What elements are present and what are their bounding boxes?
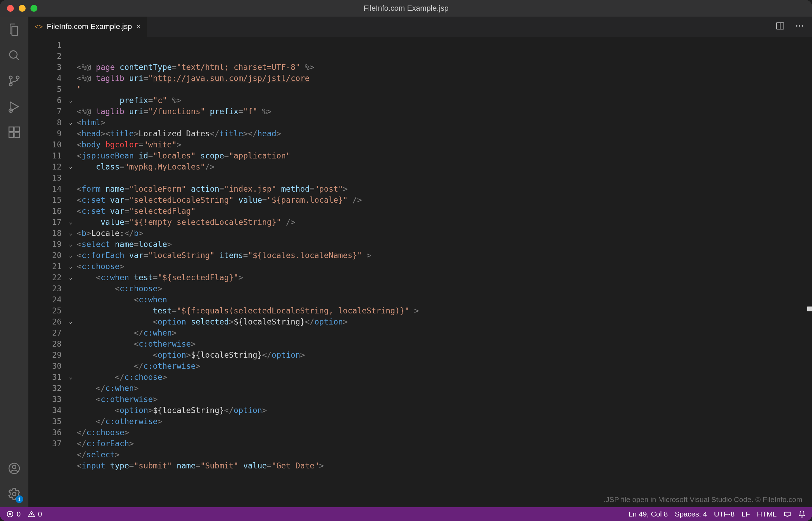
close-window-button[interactable] bbox=[7, 5, 14, 12]
fold-toggle[interactable]: ⌄ bbox=[66, 161, 75, 172]
status-cursor[interactable]: Ln 49, Col 8 bbox=[629, 510, 668, 518]
svg-rect-5 bbox=[9, 127, 13, 131]
code-line[interactable]: </c:otherwise> bbox=[77, 416, 812, 427]
fold-toggle bbox=[66, 172, 75, 183]
code-line[interactable]: <jsp:useBean id="locales" scope="applica… bbox=[77, 150, 812, 161]
code-line[interactable]: test="${f:equals(selectedLocaleString, l… bbox=[77, 305, 812, 316]
code-line[interactable]: <input type="submit" name="Submit" value… bbox=[77, 460, 812, 471]
code-editor[interactable]: 1234567891011121314151617181920212223242… bbox=[28, 37, 812, 507]
fold-toggle[interactable]: ⌄ bbox=[66, 228, 75, 239]
line-number: 5 bbox=[28, 84, 63, 95]
minimap[interactable] bbox=[806, 37, 812, 507]
code-line[interactable]: <form name="localeForm" action="index.js… bbox=[77, 183, 812, 194]
status-language[interactable]: HTML bbox=[757, 510, 777, 518]
line-number: 24 bbox=[28, 294, 63, 305]
fold-column[interactable]: ⌄⌄⌄⌄⌄⌄⌄⌄⌄⌄⌄ bbox=[66, 37, 75, 507]
svg-rect-7 bbox=[15, 133, 19, 137]
code-line[interactable]: <b>Locale:</b> bbox=[77, 228, 812, 239]
run-debug-icon[interactable] bbox=[7, 100, 21, 113]
code-line[interactable]: </c:otherwise> bbox=[77, 360, 812, 372]
code-line[interactable]: </c:when> bbox=[77, 383, 812, 394]
split-editor-icon[interactable] bbox=[775, 21, 785, 32]
code-content[interactable]: <%@ page contentType="text/html; charset… bbox=[75, 37, 812, 507]
code-line[interactable]: <head><title>Localized Dates</title></he… bbox=[77, 128, 812, 139]
code-line[interactable]: </c:choose> bbox=[77, 427, 812, 438]
more-actions-icon[interactable] bbox=[795, 21, 804, 32]
code-line[interactable]: <c:otherwise> bbox=[77, 394, 812, 405]
code-line[interactable]: <c:when test="${selectedFlag}"> bbox=[77, 272, 812, 283]
minimize-window-button[interactable] bbox=[19, 5, 26, 12]
svg-point-2 bbox=[16, 76, 19, 79]
explorer-icon[interactable] bbox=[7, 23, 21, 37]
fold-toggle bbox=[66, 51, 75, 62]
source-control-icon[interactable] bbox=[7, 74, 21, 88]
status-warnings[interactable]: 0 bbox=[28, 510, 42, 518]
fold-toggle[interactable]: ⌄ bbox=[66, 217, 75, 228]
code-line[interactable]: <body bgcolor="white"> bbox=[77, 139, 812, 150]
code-line[interactable]: <c:set var="selectedFlag" bbox=[77, 205, 812, 217]
line-number: 25 bbox=[28, 305, 63, 316]
fold-toggle[interactable]: ⌄ bbox=[66, 95, 75, 106]
accounts-icon[interactable] bbox=[7, 461, 21, 475]
code-line[interactable]: <c:choose> bbox=[77, 283, 812, 294]
fold-toggle[interactable]: ⌄ bbox=[66, 272, 75, 283]
code-line[interactable]: <option>${localeString}</option> bbox=[77, 405, 812, 416]
code-line[interactable]: <select name=locale> bbox=[77, 239, 812, 250]
code-line[interactable]: <%@ taglib uri="/functions" prefix="f" %… bbox=[77, 106, 812, 117]
code-line[interactable]: value="${!empty selectedLocaleString}" /… bbox=[77, 217, 812, 228]
tab-active[interactable]: <> FileInfo.com Example.jsp × bbox=[28, 17, 147, 37]
fold-toggle[interactable]: ⌄ bbox=[66, 250, 75, 261]
maximize-window-button[interactable] bbox=[30, 5, 37, 12]
status-indent[interactable]: Spaces: 4 bbox=[675, 510, 707, 518]
code-line[interactable]: <c:otherwise> bbox=[77, 338, 812, 349]
status-encoding[interactable]: UTF-8 bbox=[714, 510, 735, 518]
fold-toggle bbox=[66, 39, 75, 51]
fold-toggle[interactable]: ⌄ bbox=[66, 372, 75, 383]
minimap-thumb[interactable] bbox=[807, 307, 812, 311]
svg-point-14 bbox=[799, 25, 800, 27]
status-feedback-icon[interactable] bbox=[784, 510, 791, 518]
code-line[interactable] bbox=[77, 172, 812, 183]
code-line[interactable]: <option>${localeString}</option> bbox=[77, 349, 812, 360]
settings-badge: 1 bbox=[16, 495, 23, 503]
code-line[interactable]: <c:choose> bbox=[77, 261, 812, 272]
code-line[interactable]: </c:forEach> bbox=[77, 438, 812, 449]
svg-point-15 bbox=[802, 25, 803, 27]
tab-close-icon[interactable]: × bbox=[136, 22, 141, 31]
line-number: 1 bbox=[28, 39, 63, 51]
settings-gear-icon[interactable]: 1 bbox=[7, 487, 21, 501]
fold-toggle[interactable]: ⌄ bbox=[66, 261, 75, 272]
code-line[interactable]: <option selected>${localeString}</option… bbox=[77, 316, 812, 327]
code-line[interactable]: <html> bbox=[77, 117, 812, 128]
code-line[interactable]: <%@ page contentType="text/html; charset… bbox=[77, 62, 812, 73]
code-line[interactable]: <c:forEach var="localeString" items="${l… bbox=[77, 250, 812, 261]
fold-toggle bbox=[66, 62, 75, 73]
code-line[interactable]: " bbox=[77, 84, 812, 95]
extensions-icon[interactable] bbox=[7, 125, 21, 139]
code-line[interactable]: </select> bbox=[77, 449, 812, 460]
status-eol[interactable]: LF bbox=[741, 510, 750, 518]
line-number: 17 bbox=[28, 217, 63, 228]
line-number: 29 bbox=[28, 349, 63, 360]
line-number: 7 bbox=[28, 106, 63, 117]
status-bell-icon[interactable] bbox=[798, 510, 806, 518]
search-icon[interactable] bbox=[7, 48, 21, 62]
code-line[interactable]: prefix="c" %> bbox=[77, 95, 812, 106]
code-line[interactable]: </c:choose> bbox=[77, 372, 812, 383]
code-line[interactable]: <c:when bbox=[77, 294, 812, 305]
fold-toggle[interactable]: ⌄ bbox=[66, 316, 75, 327]
window-title: FileInfo.com Example.jsp bbox=[363, 4, 449, 13]
status-errors[interactable]: 0 bbox=[6, 510, 21, 518]
fold-toggle[interactable]: ⌄ bbox=[66, 239, 75, 250]
line-number: 31 bbox=[28, 372, 63, 383]
line-number: 2 bbox=[28, 51, 63, 62]
status-bar: 0 0 Ln 49, Col 8 Spaces: 4 UTF-8 LF HTML bbox=[0, 507, 812, 521]
code-line[interactable]: class="mypkg.MyLocales"/> bbox=[77, 161, 812, 172]
fold-toggle bbox=[66, 405, 75, 416]
code-line[interactable]: </c:when> bbox=[77, 327, 812, 338]
line-number: 32 bbox=[28, 383, 63, 394]
fold-toggle[interactable]: ⌄ bbox=[66, 117, 75, 128]
code-line[interactable]: <c:set var="selectedLocaleString" value=… bbox=[77, 194, 812, 205]
code-line[interactable]: <%@ taglib uri="http://java.sun.com/jsp/… bbox=[77, 73, 812, 84]
fold-toggle bbox=[66, 327, 75, 338]
